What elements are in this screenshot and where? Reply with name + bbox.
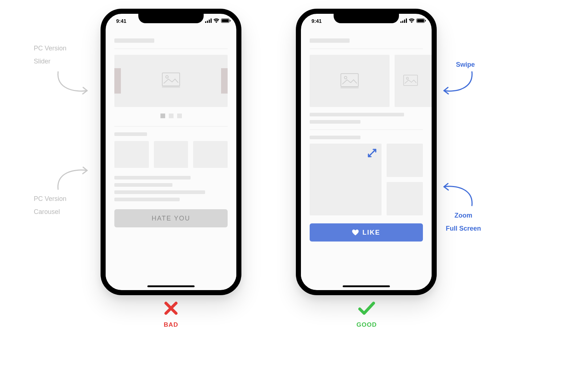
svg-rect-7 [162, 73, 180, 86]
carousel-prev-button[interactable] [114, 68, 121, 94]
home-indicator [147, 285, 195, 287]
svg-rect-0 [205, 21, 206, 23]
check-icon [330, 301, 403, 318]
skeleton-line [310, 113, 404, 116]
signal-icon [205, 18, 212, 23]
carousel-dot[interactable] [160, 114, 165, 118]
svg-rect-17 [341, 74, 358, 87]
skeleton-line [310, 136, 360, 139]
wifi-icon [213, 18, 219, 23]
skeleton-line [114, 198, 180, 201]
phone-mockup-good: 9:41 [296, 9, 437, 295]
battery-icon [221, 18, 231, 23]
svg-rect-15 [417, 19, 424, 22]
svg-rect-10 [400, 21, 401, 23]
svg-rect-16 [425, 20, 426, 22]
divider [114, 126, 228, 127]
pc-carousel-thumbs[interactable] [114, 141, 228, 168]
phone-notch [334, 12, 399, 23]
carousel-dot[interactable] [177, 114, 182, 118]
annotation-zoom: Zoom Full Screen [446, 209, 481, 235]
status-time: 9:41 [116, 18, 126, 24]
screen-bad: HATE YOU [106, 32, 236, 279]
svg-rect-13 [406, 18, 407, 23]
arrow-icon [53, 163, 93, 192]
svg-rect-2 [209, 20, 210, 23]
verdict-label: GOOD [330, 321, 403, 329]
svg-rect-3 [211, 18, 212, 23]
signal-icon [400, 18, 407, 23]
arrow-icon [53, 69, 93, 98]
svg-rect-1 [207, 21, 208, 23]
annotation-pc-carousel: PC Version Carousel [34, 192, 66, 218]
svg-rect-19 [341, 87, 359, 88]
button-label: LIKE [362, 229, 380, 236]
pc-slider-carousel[interactable] [114, 55, 228, 107]
svg-point-21 [406, 77, 408, 79]
thumb[interactable] [193, 141, 228, 168]
button-label: HATE YOU [152, 215, 190, 222]
svg-rect-12 [404, 20, 405, 23]
hate-you-button[interactable]: HATE YOU [114, 209, 228, 227]
home-indicator [343, 285, 390, 287]
svg-rect-9 [162, 86, 180, 88]
expand-fullscreen-icon[interactable] [367, 148, 377, 160]
status-time: 9:41 [311, 18, 322, 24]
swipe-carousel[interactable] [310, 55, 437, 107]
battery-icon [416, 18, 426, 23]
swipe-card-peek[interactable] [395, 55, 437, 107]
gallery-tile[interactable] [387, 182, 423, 215]
gallery-main-tile[interactable] [310, 144, 382, 215]
verdict-bad: BAD [135, 301, 207, 329]
skeleton-line [310, 120, 360, 124]
divider [310, 49, 423, 49]
gallery-tile[interactable] [387, 144, 423, 177]
svg-rect-11 [402, 21, 403, 23]
svg-point-18 [344, 77, 347, 79]
carousel-next-button[interactable] [221, 68, 228, 94]
like-button[interactable]: LIKE [310, 223, 423, 242]
screen-good: LIKE [301, 32, 432, 279]
annotation-pc-slider: PC Version Slider [34, 42, 66, 68]
verdict-label: BAD [135, 321, 207, 329]
arrow-icon [441, 69, 477, 98]
wifi-icon [409, 18, 415, 23]
zoomable-gallery [310, 144, 423, 215]
status-right [205, 18, 231, 23]
svg-rect-6 [230, 20, 231, 22]
heart-icon [352, 230, 359, 235]
carousel-dots [114, 114, 228, 118]
skeleton-heading [114, 38, 154, 43]
skeleton-heading [310, 38, 350, 43]
phone-notch [138, 12, 204, 23]
thumb[interactable] [154, 141, 188, 168]
thumb[interactable] [114, 141, 149, 168]
verdict-good: GOOD [330, 301, 403, 329]
status-right [400, 18, 426, 23]
image-placeholder-icon [341, 73, 359, 88]
carousel-dot[interactable] [169, 114, 174, 118]
svg-rect-20 [404, 75, 417, 86]
phone-mockup-bad: 9:41 [101, 9, 241, 295]
divider [114, 49, 228, 49]
image-placeholder-icon [403, 74, 418, 88]
svg-point-8 [166, 76, 168, 78]
image-placeholder-icon [162, 73, 180, 89]
skeleton-line [114, 190, 205, 194]
gallery-side-column [387, 144, 423, 215]
skeleton-line [114, 132, 147, 136]
swipe-card[interactable] [310, 55, 390, 107]
divider [310, 129, 423, 130]
skeleton-line [114, 176, 191, 180]
svg-rect-5 [222, 19, 229, 22]
arrow-icon [441, 180, 477, 209]
cross-icon [135, 301, 207, 318]
skeleton-line [114, 183, 172, 187]
